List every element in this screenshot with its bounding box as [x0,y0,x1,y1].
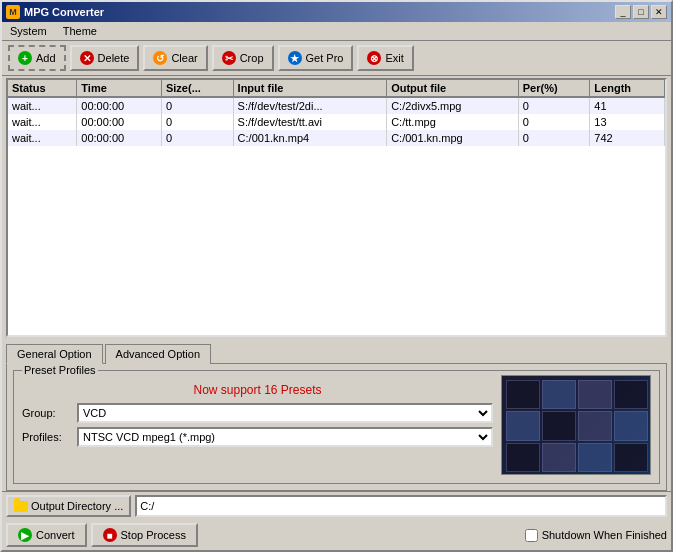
tab-general[interactable]: General Option [6,344,103,364]
output-directory-button[interactable]: Output Directory ... [6,495,131,517]
cell-length: 742 [590,130,665,146]
shutdown-checkbox[interactable] [525,529,538,542]
window-title: MPG Converter [24,6,104,18]
grid-cell [542,443,576,472]
cell-output: C:/2divx5.mpg [387,97,519,114]
folder-icon [14,501,28,512]
menu-theme[interactable]: Theme [59,24,101,38]
crop-label: Crop [240,52,264,64]
group-label: Group: [22,407,77,419]
profiles-select[interactable]: NTSC VCD mpeg1 (*.mpg) PAL VCD mpeg1 (*.… [77,427,493,447]
app-icon: M [6,5,20,19]
cell-time: 00:00:00 [77,130,162,146]
cell-status: wait... [8,114,77,130]
toolbar: + Add ✕ Delete ↺ Clear ✂ Crop ★ Get Pro … [2,41,671,76]
clear-button[interactable]: ↺ Clear [143,45,207,71]
cell-per: 0 [518,114,590,130]
cell-per: 0 [518,130,590,146]
convert-button[interactable]: ▶ Convert [6,523,87,547]
output-dir-label: Output Directory ... [31,500,123,512]
output-dir-input[interactable] [135,495,667,517]
col-per: Per(%) [518,80,590,97]
menubar: System Theme [2,22,671,41]
shutdown-option: Shutdown When Finished [525,529,667,542]
clear-label: Clear [171,52,197,64]
stop-icon: ■ [103,528,117,542]
output-directory-bar: Output Directory ... [2,491,671,520]
col-size: Size(... [161,80,233,97]
stop-label: Stop Process [121,529,186,541]
table-row[interactable]: wait...00:00:000S:/f/dev/test/tt.aviC:/t… [8,114,665,130]
cell-status: wait... [8,97,77,114]
cell-input: S:/f/dev/test/2di... [233,97,387,114]
file-table: Status Time Size(... Input file Output f… [8,80,665,146]
col-length: Length [590,80,665,97]
exit-icon: ⊗ [367,51,381,65]
minimize-button[interactable]: _ [615,5,631,19]
add-icon: + [18,51,32,65]
main-window: M MPG Converter _ □ ✕ System Theme + Add… [0,0,673,552]
preset-support-text: Now support 16 Presets [22,383,493,397]
add-button[interactable]: + Add [8,45,66,71]
getpro-label: Get Pro [306,52,344,64]
delete-label: Delete [98,52,130,64]
grid-cell [578,443,612,472]
preset-left: Now support 16 Presets Group: VCD SVCD D… [22,375,493,475]
grid-cell [578,411,612,440]
exit-button[interactable]: ⊗ Exit [357,45,413,71]
title-bar: M MPG Converter _ □ ✕ [2,2,671,22]
grid-cell [614,411,648,440]
grid-cell [614,380,648,409]
cell-length: 41 [590,97,665,114]
grid-cell [506,443,540,472]
preset-group: Preset Profiles Now support 16 Presets G… [13,370,660,484]
col-input: Input file [233,80,387,97]
cell-status: wait... [8,130,77,146]
table-row[interactable]: wait...00:00:000C:/001.kn.mp4C:/001.kn.m… [8,130,665,146]
group-row: Group: VCD SVCD DVD AVI MP4 FLV [22,403,493,423]
table-row[interactable]: wait...00:00:000S:/f/dev/test/2di...C:/2… [8,97,665,114]
title-buttons: _ □ ✕ [615,5,667,19]
cell-length: 13 [590,114,665,130]
cell-input: C:/001.kn.mp4 [233,130,387,146]
maximize-button[interactable]: □ [633,5,649,19]
cell-size: 0 [161,130,233,146]
getpro-icon: ★ [288,51,302,65]
crop-icon: ✂ [222,51,236,65]
options-tabs: General Option Advanced Option [2,339,671,363]
shutdown-label: Shutdown When Finished [542,529,667,541]
image-grid [502,376,651,475]
action-bar: ▶ Convert ■ Stop Process Shutdown When F… [2,520,671,550]
preset-image [502,376,651,475]
profiles-row: Profiles: NTSC VCD mpeg1 (*.mpg) PAL VCD… [22,427,493,447]
tab-advanced[interactable]: Advanced Option [105,344,211,364]
close-button[interactable]: ✕ [651,5,667,19]
crop-button[interactable]: ✂ Crop [212,45,274,71]
file-table-container: Status Time Size(... Input file Output f… [6,78,667,337]
group-select[interactable]: VCD SVCD DVD AVI MP4 FLV [77,403,493,423]
col-time: Time [77,80,162,97]
convert-icon: ▶ [18,528,32,542]
cell-per: 0 [518,97,590,114]
cell-size: 0 [161,97,233,114]
preset-group-label: Preset Profiles [22,364,98,376]
grid-cell [542,411,576,440]
grid-cell [614,443,648,472]
cell-input: S:/f/dev/test/tt.avi [233,114,387,130]
cell-output: C:/001.kn.mpg [387,130,519,146]
convert-label: Convert [36,529,75,541]
getpro-button[interactable]: ★ Get Pro [278,45,354,71]
grid-cell [506,411,540,440]
cell-size: 0 [161,114,233,130]
preset-thumbnail [501,375,651,475]
add-label: Add [36,52,56,64]
clear-icon: ↺ [153,51,167,65]
menu-system[interactable]: System [6,24,51,38]
stop-button[interactable]: ■ Stop Process [91,523,198,547]
delete-button[interactable]: ✕ Delete [70,45,140,71]
delete-icon: ✕ [80,51,94,65]
exit-label: Exit [385,52,403,64]
cell-output: C:/tt.mpg [387,114,519,130]
title-bar-left: M MPG Converter [6,5,104,19]
col-status: Status [8,80,77,97]
